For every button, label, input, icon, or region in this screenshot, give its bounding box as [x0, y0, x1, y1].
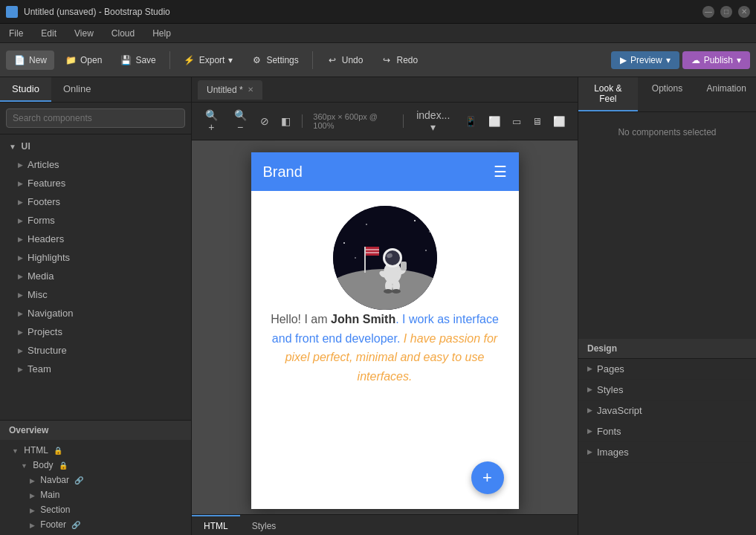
minimize-button[interactable]: —: [702, 6, 714, 18]
redo-button[interactable]: ↪ Redo: [373, 51, 425, 70]
index-selector[interactable]: index... ▾: [411, 107, 456, 135]
tab-studio[interactable]: Studio: [0, 77, 51, 102]
settings-button[interactable]: ⚙ Settings: [243, 51, 306, 70]
landscape-view-button[interactable]: ▭: [508, 114, 526, 129]
navigation-label: Navigation: [28, 308, 73, 319]
category-headers[interactable]: ▶ Headers: [0, 230, 191, 248]
save-label: Save: [135, 55, 155, 65]
undo-icon: ↩: [326, 54, 338, 66]
category-footers[interactable]: ▶ Footers: [0, 192, 191, 211]
save-icon: 💾: [120, 54, 132, 66]
category-media[interactable]: ▶ Media: [0, 267, 191, 285]
hero-section: Hello! I am John Smith. I work as interf…: [251, 191, 519, 401]
footer-link-icon: 🔗: [71, 521, 80, 529]
design-item-fonts[interactable]: ▶ Fonts: [578, 421, 756, 442]
design-item-images[interactable]: ▶ Images: [578, 442, 756, 463]
maximize-button[interactable]: □: [720, 6, 732, 18]
mobile-view-button[interactable]: 📱: [460, 114, 482, 129]
new-icon: 📄: [13, 54, 25, 66]
menu-help[interactable]: Help: [149, 27, 174, 40]
tree-item-html[interactable]: ▼ HTML 🔒: [0, 443, 191, 458]
styles-arrow-icon: ▶: [587, 386, 592, 393]
preview-icon: ▶: [620, 55, 627, 65]
html-expand-icon: ▼: [12, 447, 19, 455]
menu-edit[interactable]: Edit: [38, 27, 59, 40]
bottom-tab-html[interactable]: HTML: [192, 515, 240, 535]
category-projects[interactable]: ▶ Projects: [0, 322, 191, 341]
projects-label: Projects: [28, 326, 62, 337]
widescreen-view-button[interactable]: ⬜: [549, 114, 570, 129]
menu-view[interactable]: View: [71, 27, 97, 40]
tablet-view-button[interactable]: ⬜: [484, 114, 505, 129]
toggle-button[interactable]: ⊘: [256, 113, 273, 129]
features-label: Features: [28, 178, 65, 189]
footers-arrow-icon: ▶: [18, 198, 23, 206]
svg-point-6: [343, 242, 345, 244]
svg-point-5: [429, 231, 430, 232]
export-arrow-icon: ▾: [228, 55, 233, 65]
export-button[interactable]: ⚡ Export ▾: [176, 51, 241, 70]
category-features[interactable]: ▶ Features: [0, 174, 191, 192]
tree-item-footer[interactable]: ▶ Footer 🔗: [0, 517, 191, 532]
hero-image: [333, 206, 437, 310]
zoom-in-button[interactable]: 🔍+: [199, 107, 224, 135]
ui-category-header[interactable]: ▼ UI: [0, 137, 191, 155]
toolbar-divider-1: [169, 51, 170, 69]
tab-online[interactable]: Online: [51, 77, 103, 102]
fab-button[interactable]: +: [471, 461, 504, 494]
open-button[interactable]: 📁 Open: [57, 51, 109, 70]
category-team[interactable]: ▶ Team: [0, 360, 191, 378]
right-tab-look-feel[interactable]: Look & Feel: [578, 77, 638, 111]
category-misc[interactable]: ▶ Misc: [0, 285, 191, 304]
zoom-out-button[interactable]: 🔍−: [228, 107, 253, 135]
design-item-javascript[interactable]: ▶ JavaScript: [578, 401, 756, 421]
viewport-buttons: 📱 ⬜ ▭ 🖥 ⬜: [460, 114, 570, 129]
navbar-toggle-icon[interactable]: ☰: [494, 163, 507, 181]
design-panel: Design ▶ Pages ▶ Styles ▶ JavaScript ▶ F…: [578, 339, 756, 536]
preview-button[interactable]: ▶ Preview ▾: [611, 51, 679, 69]
tree-item-navbar[interactable]: ▶ Navbar 🔗: [0, 473, 191, 487]
fonts-arrow-icon: ▶: [587, 427, 592, 435]
category-navigation[interactable]: ▶ Navigation: [0, 304, 191, 322]
search-bar: [0, 103, 191, 134]
tree-item-body[interactable]: ▼ Body 🔒: [0, 458, 191, 473]
category-highlights[interactable]: ▶ Highlights: [0, 248, 191, 267]
svg-rect-24: [401, 262, 407, 270]
app-icon: [6, 6, 18, 18]
design-item-pages[interactable]: ▶ Pages: [578, 359, 756, 380]
tree-item-section[interactable]: ▶ Section: [0, 502, 191, 517]
desktop-view-button[interactable]: 🖥: [528, 114, 546, 129]
ui-collapse-arrow-icon: ▼: [9, 143, 16, 151]
layers-button[interactable]: ◧: [277, 113, 294, 129]
tab-close-icon[interactable]: ✕: [248, 85, 253, 94]
tree-item-main[interactable]: ▶ Main: [0, 487, 191, 502]
settings-label: Settings: [266, 55, 298, 65]
hero-text: Hello! I am John Smith. I work as interf…: [263, 310, 507, 386]
editor-tab-untitled[interactable]: Untitled * ✕: [198, 80, 262, 100]
undo-button[interactable]: ↩ Undo: [319, 51, 371, 70]
search-input[interactable]: [6, 108, 185, 128]
menu-cloud[interactable]: Cloud: [109, 27, 138, 40]
right-sidebar-tabs: Look & Feel Options Animation: [578, 77, 756, 112]
body-lock-icon: 🔒: [59, 461, 68, 470]
new-button[interactable]: 📄 New: [6, 51, 54, 70]
overview-panel: Overview ▼ HTML 🔒 ▼ Body 🔒: [0, 420, 191, 535]
left-sidebar: Studio Online ▼ UI ▶ Articles ▶ Features…: [0, 77, 192, 535]
navbar-expand-icon: ▶: [30, 477, 35, 484]
right-tab-animation[interactable]: Animation: [697, 77, 756, 111]
category-structure[interactable]: ▶ Structure: [0, 341, 191, 360]
bottom-tab-styles[interactable]: Styles: [240, 515, 288, 535]
svg-point-16: [385, 250, 400, 265]
canvas-navbar: Brand ☰: [251, 152, 519, 191]
right-tab-options[interactable]: Options: [638, 77, 697, 111]
close-button[interactable]: ✕: [738, 6, 750, 18]
publish-button[interactable]: ☁ Publish ▾: [682, 51, 750, 69]
category-articles[interactable]: ▶ Articles: [0, 155, 191, 174]
menu-file[interactable]: File: [6, 27, 26, 40]
preview-arrow-icon: ▾: [666, 55, 671, 65]
category-forms[interactable]: ▶ Forms: [0, 211, 191, 230]
save-button[interactable]: 💾 Save: [112, 51, 163, 70]
hero-greeting: Hello! I am: [271, 313, 331, 325]
design-item-styles[interactable]: ▶ Styles: [578, 380, 756, 401]
articles-arrow-icon: ▶: [18, 161, 23, 169]
